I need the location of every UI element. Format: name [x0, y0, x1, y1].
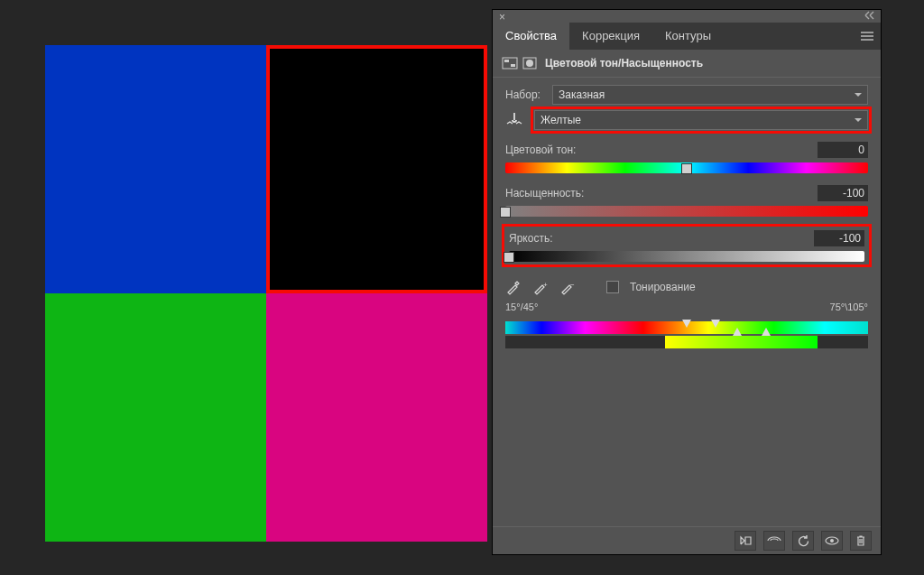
preset-select[interactable]: Заказная [552, 85, 868, 105]
hue-range-strip[interactable] [505, 321, 868, 348]
lightness-slider-thumb[interactable] [504, 252, 514, 263]
hue-slider[interactable] [505, 162, 868, 173]
finger-scrub-icon[interactable] [505, 110, 527, 131]
lightness-label: Яркость: [509, 232, 552, 245]
hue-group: Цветовой тон: 0 [505, 141, 868, 173]
tab-contours[interactable]: Контуры [652, 23, 724, 50]
hue-label: Цветовой тон: [505, 144, 576, 156]
swatch-black[interactable] [266, 45, 487, 293]
tab-properties[interactable]: Свойства [493, 23, 569, 50]
layer-mask-icon [522, 56, 538, 70]
view-previous-icon[interactable] [763, 531, 785, 551]
hue-range-left: 15°/45° [505, 301, 538, 312]
svg-text:+: + [543, 281, 548, 289]
saturation-slider[interactable] [505, 206, 868, 217]
properties-panel: × Свойства Коррекция Контуры Цветовой то… [492, 9, 882, 555]
swatch-green[interactable] [45, 293, 266, 542]
close-icon[interactable]: × [496, 11, 508, 23]
lightness-group: Яркость: -100 [505, 227, 868, 264]
channel-value: Желтые [541, 114, 581, 126]
colorize-checkbox[interactable] [606, 281, 619, 293]
swatch-blue[interactable] [45, 45, 266, 293]
panel-body: Набор: Заказная Желтые Цветовой тон: 0 [493, 78, 881, 526]
svg-point-4 [526, 60, 533, 67]
panel-bottom-bar [493, 526, 881, 554]
hue-strip-top [505, 321, 868, 334]
svg-rect-1 [504, 60, 509, 62]
reset-icon[interactable] [792, 531, 814, 551]
panel-menu-icon[interactable] [854, 23, 881, 50]
eyedropper-subtract-icon[interactable]: − [559, 279, 576, 295]
hue-range-labels: 15°/45° 75°\105° [505, 301, 868, 312]
hue-range-handle-inner-left[interactable] [682, 320, 691, 328]
saturation-value[interactable]: -100 [818, 185, 868, 201]
preset-value: Заказная [559, 88, 605, 101]
panel-titlebar: × [493, 10, 881, 23]
saturation-track-gradient [505, 206, 868, 217]
adjustment-layer-icon [502, 56, 518, 70]
lightness-slider[interactable] [509, 251, 864, 262]
svg-rect-0 [503, 58, 517, 69]
delete-icon[interactable] [850, 531, 872, 551]
channel-row: Желтые [505, 110, 868, 130]
lightness-track-gradient [509, 251, 864, 262]
collapse-icon[interactable] [863, 10, 877, 23]
eyedropper-row: + − Тонирование [505, 276, 868, 298]
hue-range-right: 75°\105° [830, 301, 868, 312]
saturation-label: Насыщенность: [505, 187, 584, 199]
saturation-slider-thumb[interactable] [500, 207, 511, 218]
svg-point-7 [830, 539, 834, 543]
svg-text:−: − [570, 281, 575, 289]
clip-icon[interactable] [735, 531, 756, 551]
tabs-row: Свойства Коррекция Контуры [493, 23, 881, 50]
swatch-magenta[interactable] [266, 293, 487, 542]
lightness-value[interactable]: -100 [814, 230, 864, 246]
hue-strip-bottom [505, 336, 868, 348]
adjustment-title: Цветовой тон/Насыщенность [545, 57, 703, 70]
svg-rect-2 [511, 64, 515, 67]
saturation-group: Насыщенность: -100 [505, 184, 868, 217]
tab-correction[interactable]: Коррекция [569, 23, 652, 50]
preset-label: Набор: [505, 88, 545, 101]
canvas-area [45, 45, 487, 542]
adjustment-header: Цветовой тон/Насыщенность [493, 50, 881, 78]
eyedropper-add-icon[interactable]: + [532, 279, 549, 295]
hue-range-handle-inner-right[interactable] [711, 320, 720, 328]
hue-value[interactable]: 0 [818, 142, 868, 158]
hue-range-handle-outer-right[interactable] [762, 328, 771, 336]
colorize-label[interactable]: Тонирование [630, 281, 696, 293]
visibility-icon[interactable] [821, 531, 843, 551]
hue-slider-thumb[interactable] [681, 163, 692, 174]
hue-range-handle-outer-left[interactable] [733, 328, 742, 336]
eyedropper-icon[interactable] [505, 279, 522, 295]
channel-select[interactable]: Желтые [534, 110, 868, 130]
preset-row: Набор: Заказная [505, 85, 868, 105]
